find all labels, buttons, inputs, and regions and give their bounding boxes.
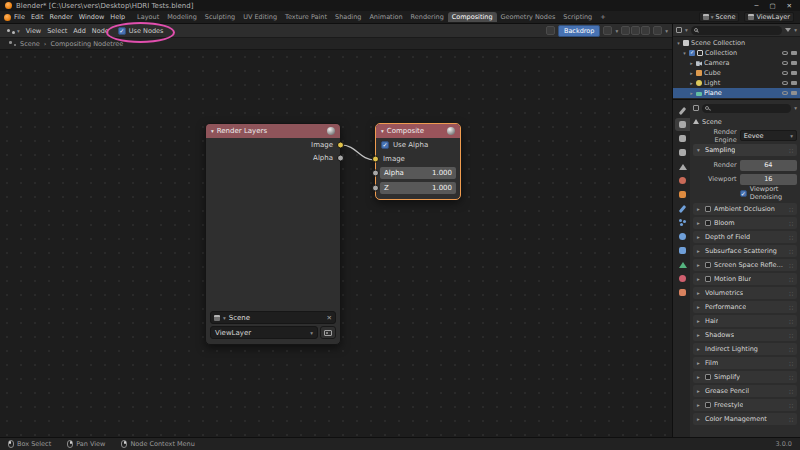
editor-options-icon[interactable] — [653, 26, 662, 35]
simplify-checkbox[interactable] — [705, 374, 711, 380]
use-alpha-checkbox[interactable]: ✓ — [381, 141, 389, 149]
properties-editor-icon[interactable] — [693, 105, 699, 111]
filter-icon[interactable] — [785, 28, 791, 32]
scene-id-selector[interactable]: ▾ Scene ✕ — [210, 311, 336, 324]
view-layer-selector[interactable]: ViewLayer — [744, 12, 794, 22]
section-motion-blur[interactable]: ▸ Motion Blur ∷ — [693, 273, 797, 285]
freestyle-checkbox[interactable] — [705, 402, 711, 408]
breadcrumb-scene[interactable]: Scene — [20, 40, 40, 48]
scene-collection-row[interactable]: ▾ Scene Collection — [673, 38, 800, 48]
texture-properties-tab[interactable] — [675, 286, 690, 299]
blender-menu-icon[interactable] — [4, 14, 11, 21]
workspace-tab-scripting[interactable]: Scripting — [559, 12, 596, 22]
section-depth-of-field[interactable]: ▸ Depth of Field ∷ — [693, 231, 797, 243]
hide-viewport-icon[interactable] — [782, 91, 788, 95]
close-button[interactable]: ✕ — [787, 2, 792, 10]
composite-node[interactable]: ▾ Composite ✓ Use Alpha Image — [375, 123, 461, 200]
expand-icon[interactable]: ▾ — [682, 50, 687, 56]
maximize-button[interactable]: ▢ — [769, 2, 775, 10]
render-layers-node[interactable]: ▾ Render Layers Image Alpha — [205, 123, 341, 345]
section-shadows[interactable]: ▸ Shadows ∷ — [693, 329, 797, 341]
view-layer-properties-tab[interactable] — [675, 146, 690, 159]
collapse-icon[interactable]: ▾ — [381, 128, 384, 134]
expand-icon[interactable]: ▾ — [676, 40, 681, 46]
menu-file[interactable]: File — [11, 13, 28, 21]
section-color-management[interactable]: ▸ Color Management ∷ — [693, 413, 797, 425]
outliner-search-input[interactable] — [691, 26, 782, 35]
z-value-slider[interactable]: Z 1.000 — [380, 182, 456, 194]
plane-row[interactable]: ▸ Plane — [673, 88, 800, 98]
menu-node[interactable]: Node — [89, 27, 112, 35]
render-properties-tab[interactable] — [675, 118, 690, 131]
tool-properties-tab[interactable] — [675, 104, 690, 117]
constraint-properties-tab[interactable] — [675, 244, 690, 257]
unlink-scene-button[interactable]: ✕ — [327, 314, 332, 322]
workspace-tab-rendering[interactable]: Rendering — [407, 12, 448, 22]
snap-target-dropdown[interactable]: ▾ — [615, 28, 618, 34]
render-samples-field[interactable]: 64 — [740, 160, 797, 171]
view-layer-dropdown[interactable]: ViewLayer ▾ — [210, 326, 318, 339]
modifier-properties-tab[interactable] — [675, 202, 690, 215]
workspace-tab-sculpting[interactable]: Sculpting — [201, 12, 239, 22]
outliner-editor-icon[interactable] — [676, 27, 682, 33]
section-subsurface-scattering[interactable]: ▸ Subsurface Scattering ∷ — [693, 245, 797, 257]
image-input-socket[interactable] — [372, 155, 379, 162]
snap-magnet-icon[interactable] — [603, 26, 612, 35]
motion-blur-checkbox[interactable] — [705, 276, 711, 282]
composite-header[interactable]: ▾ Composite — [376, 124, 460, 138]
alpha-value-slider[interactable]: Alpha 1.000 — [380, 167, 456, 179]
section-volumetrics[interactable]: ▸ Volumetrics ∷ — [693, 287, 797, 299]
collection-checkbox[interactable]: ✓ — [689, 50, 695, 56]
backdrop-toggle[interactable]: Backdrop — [558, 25, 601, 37]
alpha-output-socket[interactable] — [337, 154, 344, 161]
workspace-tab-layout[interactable]: Layout — [133, 12, 163, 22]
hide-viewport-icon[interactable] — [782, 81, 788, 85]
options-icon[interactable] — [641, 26, 650, 35]
object-properties-tab[interactable] — [675, 188, 690, 201]
workspace-tab-geometry-nodes[interactable]: Geometry Nodes — [497, 12, 560, 22]
hide-viewport-icon[interactable] — [782, 61, 788, 65]
render-layer-button[interactable] — [320, 326, 336, 339]
viewport-denoising-row[interactable]: ✓ Viewport Denoising — [693, 187, 797, 199]
menu-render[interactable]: Render — [46, 13, 75, 21]
camera-row[interactable]: ▸ Camera — [673, 58, 800, 68]
section-performance[interactable]: ▸ Performance ∷ — [693, 301, 797, 313]
disable-render-icon[interactable] — [791, 91, 797, 95]
use-alpha-row[interactable]: ✓ Use Alpha — [376, 138, 460, 152]
use-nodes-toggle[interactable]: ✓ Use Nodes — [114, 27, 168, 35]
expand-icon[interactable]: ▸ — [689, 60, 694, 66]
world-properties-tab[interactable] — [675, 174, 690, 187]
object-data-properties-tab[interactable] — [675, 258, 690, 271]
section-simplify[interactable]: ▸ Simplify ∷ — [693, 371, 797, 383]
z-input-socket[interactable] — [372, 184, 379, 191]
hide-viewport-icon[interactable] — [782, 51, 788, 55]
expand-icon[interactable]: ▸ — [689, 70, 694, 76]
menu-edit[interactable]: Edit — [28, 13, 47, 21]
section-indirect-lighting[interactable]: ▸ Indirect Lighting ∷ — [693, 343, 797, 355]
particle-properties-tab[interactable] — [675, 216, 690, 229]
menu-add[interactable]: Add — [70, 27, 89, 35]
node-canvas[interactable]: ▾ Render Layers Image Alpha — [0, 50, 672, 437]
menu-view[interactable]: View — [23, 27, 44, 35]
viewport-denoising-checkbox[interactable]: ✓ — [740, 190, 747, 197]
expand-icon[interactable]: ▸ — [689, 90, 694, 96]
menu-window[interactable]: Window — [76, 13, 108, 21]
minimize-button[interactable]: ─ — [754, 2, 758, 10]
disable-render-icon[interactable] — [791, 61, 797, 65]
section-bloom[interactable]: ▸ Bloom ∷ — [693, 217, 797, 229]
menu-help[interactable]: Help — [107, 13, 128, 21]
bloom-checkbox[interactable] — [705, 220, 711, 226]
output-properties-tab[interactable] — [675, 132, 690, 145]
material-properties-tab[interactable] — [675, 272, 690, 285]
disable-render-icon[interactable] — [791, 71, 797, 75]
disable-render-icon[interactable] — [791, 51, 797, 55]
physics-properties-tab[interactable] — [675, 230, 690, 243]
workspace-tab-texture-paint[interactable]: Texture Paint — [281, 12, 331, 22]
section-hair[interactable]: ▸ Hair ∷ — [693, 315, 797, 327]
image-output-socket[interactable] — [337, 141, 344, 148]
scene-selector[interactable]: ▾ Scene — [699, 12, 740, 22]
scene-properties-tab[interactable] — [675, 160, 690, 173]
render-region-icon[interactable] — [621, 26, 630, 35]
hide-viewport-icon[interactable] — [782, 71, 788, 75]
overlays-icon[interactable] — [631, 26, 640, 35]
